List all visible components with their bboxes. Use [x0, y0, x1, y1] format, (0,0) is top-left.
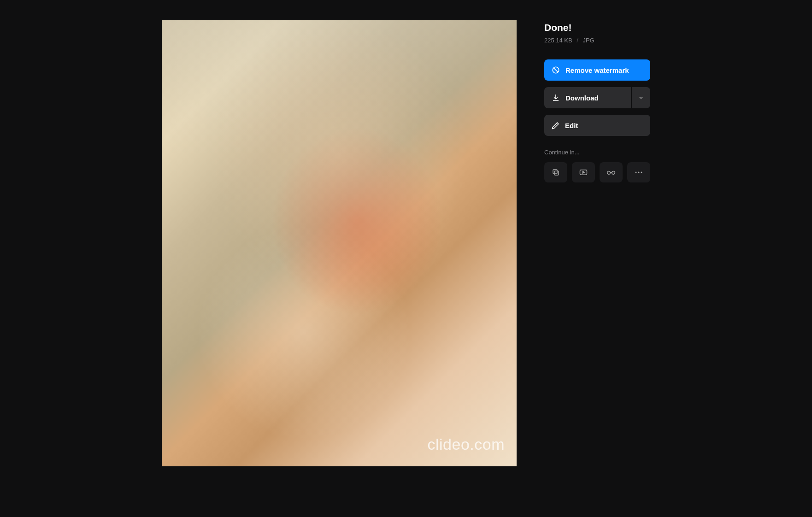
continue-label: Continue in...: [544, 149, 650, 156]
svg-point-8: [635, 172, 637, 173]
sidebar: Done! 225.14 KB / JPG Remove watermark: [544, 20, 650, 466]
file-meta: 225.14 KB / JPG: [544, 37, 650, 44]
continue-options: [544, 162, 650, 182]
svg-point-9: [638, 172, 640, 173]
remove-watermark-button[interactable]: Remove watermark: [544, 59, 650, 81]
svg-line-1: [553, 68, 558, 72]
image-preview: clideo.com: [162, 20, 517, 466]
continue-layers-button[interactable]: [544, 162, 567, 182]
continue-more-button[interactable]: [627, 162, 650, 182]
download-button[interactable]: Download: [544, 87, 631, 108]
watermark-text: clideo.com: [427, 435, 505, 453]
svg-marker-5: [583, 171, 585, 174]
chevron-down-icon: [638, 94, 644, 101]
svg-rect-2: [553, 170, 557, 174]
download-label: Download: [565, 94, 599, 102]
file-size: 225.14 KB: [544, 37, 572, 44]
continue-video-button[interactable]: [572, 162, 595, 182]
download-dropdown-button[interactable]: [632, 87, 650, 108]
continue-glasses-button[interactable]: [600, 162, 623, 182]
video-icon: [579, 168, 588, 176]
svg-rect-3: [554, 171, 559, 175]
pencil-icon: [552, 122, 559, 129]
more-icon: [635, 171, 643, 174]
glasses-icon: [606, 170, 616, 175]
remove-watermark-label: Remove watermark: [565, 66, 629, 74]
download-icon: [552, 94, 560, 102]
svg-point-6: [607, 171, 611, 175]
layers-icon: [552, 168, 560, 176]
status-title: Done!: [544, 22, 650, 33]
meta-separator: /: [577, 37, 578, 44]
edit-label: Edit: [565, 122, 578, 129]
edit-button[interactable]: Edit: [544, 115, 650, 136]
preview-content: [162, 20, 517, 466]
svg-point-10: [641, 172, 642, 173]
no-symbol-icon: [552, 66, 560, 74]
svg-point-7: [612, 171, 615, 175]
file-format: JPG: [583, 37, 594, 44]
